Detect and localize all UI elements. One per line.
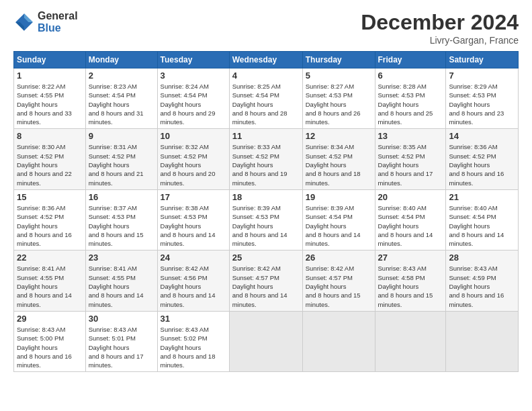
day-number: 9 <box>89 131 154 141</box>
page: General Blue December 2024 Livry-Gargan,… <box>0 0 532 411</box>
day-number: 6 <box>378 71 443 81</box>
col-thursday: Thursday <box>302 52 375 68</box>
table-row: 17 Sunrise: 8:38 AMSunset: 4:53 PMDaylig… <box>157 189 229 250</box>
logo: General Blue <box>13 10 78 34</box>
logo-text: General Blue <box>38 10 78 34</box>
day-number: 31 <box>161 314 226 324</box>
day-info: Sunrise: 8:35 AMSunset: 4:52 PMDaylight … <box>378 143 433 186</box>
day-info: Sunrise: 8:30 AMSunset: 4:52 PMDaylight … <box>17 143 72 186</box>
day-number: 16 <box>89 192 154 202</box>
table-row: 9 Sunrise: 8:31 AMSunset: 4:52 PMDayligh… <box>85 129 157 189</box>
table-row: 18 Sunrise: 8:39 AMSunset: 4:53 PMDaylig… <box>229 189 302 250</box>
logo-general-text: General <box>38 10 78 22</box>
day-info: Sunrise: 8:38 AMSunset: 4:53 PMDaylight … <box>161 204 216 247</box>
calendar-week-3: 15 Sunrise: 8:36 AMSunset: 4:52 PMDaylig… <box>14 189 519 250</box>
day-number: 27 <box>378 253 443 263</box>
day-number: 14 <box>449 131 515 141</box>
table-row: 10 Sunrise: 8:32 AMSunset: 4:52 PMDaylig… <box>157 129 229 189</box>
table-row <box>375 311 446 371</box>
table-row: 3 Sunrise: 8:24 AMSunset: 4:54 PMDayligh… <box>157 68 229 129</box>
day-info: Sunrise: 8:39 AMSunset: 4:54 PMDaylight … <box>306 204 361 247</box>
day-info: Sunrise: 8:32 AMSunset: 4:52 PMDaylight … <box>161 143 216 186</box>
day-info: Sunrise: 8:29 AMSunset: 4:53 PMDaylight … <box>449 83 504 126</box>
table-row <box>229 311 302 371</box>
table-row: 7 Sunrise: 8:29 AMSunset: 4:53 PMDayligh… <box>446 68 519 129</box>
calendar-week-5: 29 Sunrise: 8:43 AMSunset: 5:00 PMDaylig… <box>14 311 519 371</box>
logo-icon <box>13 11 35 33</box>
table-row: 1 Sunrise: 8:22 AMSunset: 4:55 PMDayligh… <box>14 68 86 129</box>
calendar-header-row: Sunday Monday Tuesday Wednesday Thursday… <box>14 52 519 68</box>
day-info: Sunrise: 8:43 AMSunset: 5:02 PMDaylight … <box>161 326 216 369</box>
table-row: 20 Sunrise: 8:40 AMSunset: 4:54 PMDaylig… <box>375 189 446 250</box>
location: Livry-Gargan, France <box>361 35 519 46</box>
day-info: Sunrise: 8:42 AMSunset: 4:57 PMDaylight … <box>306 265 361 308</box>
day-number: 28 <box>449 253 515 263</box>
table-row: 23 Sunrise: 8:41 AMSunset: 4:55 PMDaylig… <box>85 250 157 311</box>
day-info: Sunrise: 8:40 AMSunset: 4:54 PMDaylight … <box>449 204 504 247</box>
day-info: Sunrise: 8:42 AMSunset: 4:56 PMDaylight … <box>161 265 216 308</box>
day-number: 5 <box>306 71 372 81</box>
table-row: 28 Sunrise: 8:43 AMSunset: 4:59 PMDaylig… <box>446 250 519 311</box>
day-info: Sunrise: 8:25 AMSunset: 4:54 PMDaylight … <box>232 83 287 126</box>
table-row: 13 Sunrise: 8:35 AMSunset: 4:52 PMDaylig… <box>375 129 446 189</box>
day-number: 17 <box>161 192 226 202</box>
day-number: 7 <box>449 71 515 81</box>
table-row: 16 Sunrise: 8:37 AMSunset: 4:53 PMDaylig… <box>85 189 157 250</box>
table-row: 29 Sunrise: 8:43 AMSunset: 5:00 PMDaylig… <box>14 311 86 371</box>
day-info: Sunrise: 8:40 AMSunset: 4:54 PMDaylight … <box>378 204 433 247</box>
table-row: 8 Sunrise: 8:30 AMSunset: 4:52 PMDayligh… <box>14 129 86 189</box>
col-sunday: Sunday <box>14 52 86 68</box>
day-info: Sunrise: 8:24 AMSunset: 4:54 PMDaylight … <box>161 83 216 126</box>
calendar-week-2: 8 Sunrise: 8:30 AMSunset: 4:52 PMDayligh… <box>14 129 519 189</box>
col-monday: Monday <box>85 52 157 68</box>
table-row: 31 Sunrise: 8:43 AMSunset: 5:02 PMDaylig… <box>157 311 229 371</box>
table-row: 24 Sunrise: 8:42 AMSunset: 4:56 PMDaylig… <box>157 250 229 311</box>
table-row: 19 Sunrise: 8:39 AMSunset: 4:54 PMDaylig… <box>302 189 375 250</box>
day-number: 25 <box>232 253 300 263</box>
day-info: Sunrise: 8:28 AMSunset: 4:53 PMDaylight … <box>378 83 433 126</box>
day-info: Sunrise: 8:43 AMSunset: 5:00 PMDaylight … <box>17 326 72 369</box>
day-number: 15 <box>17 192 83 202</box>
table-row: 15 Sunrise: 8:36 AMSunset: 4:52 PMDaylig… <box>14 189 86 250</box>
calendar-week-4: 22 Sunrise: 8:41 AMSunset: 4:55 PMDaylig… <box>14 250 519 311</box>
calendar-table: Sunday Monday Tuesday Wednesday Thursday… <box>13 51 519 372</box>
day-number: 21 <box>449 192 515 202</box>
day-info: Sunrise: 8:36 AMSunset: 4:52 PMDaylight … <box>449 143 504 186</box>
day-number: 29 <box>17 314 83 324</box>
day-number: 4 <box>232 71 300 81</box>
table-row: 26 Sunrise: 8:42 AMSunset: 4:57 PMDaylig… <box>302 250 375 311</box>
table-row: 25 Sunrise: 8:42 AMSunset: 4:57 PMDaylig… <box>229 250 302 311</box>
table-row: 2 Sunrise: 8:23 AMSunset: 4:54 PMDayligh… <box>85 68 157 129</box>
day-number: 8 <box>17 131 83 141</box>
month-title: December 2024 <box>361 10 519 35</box>
day-info: Sunrise: 8:41 AMSunset: 4:55 PMDaylight … <box>17 265 72 308</box>
day-number: 10 <box>161 131 226 141</box>
day-info: Sunrise: 8:22 AMSunset: 4:55 PMDaylight … <box>17 83 72 126</box>
table-row: 14 Sunrise: 8:36 AMSunset: 4:52 PMDaylig… <box>446 129 519 189</box>
day-info: Sunrise: 8:42 AMSunset: 4:57 PMDaylight … <box>232 265 287 308</box>
table-row: 11 Sunrise: 8:33 AMSunset: 4:52 PMDaylig… <box>229 129 302 189</box>
day-number: 1 <box>17 71 83 81</box>
col-saturday: Saturday <box>446 52 519 68</box>
day-info: Sunrise: 8:31 AMSunset: 4:52 PMDaylight … <box>89 143 144 186</box>
table-row: 30 Sunrise: 8:43 AMSunset: 5:01 PMDaylig… <box>85 311 157 371</box>
day-number: 2 <box>89 71 154 81</box>
col-tuesday: Tuesday <box>157 52 229 68</box>
table-row <box>446 311 519 371</box>
table-row: 4 Sunrise: 8:25 AMSunset: 4:54 PMDayligh… <box>229 68 302 129</box>
day-info: Sunrise: 8:36 AMSunset: 4:52 PMDaylight … <box>17 204 72 247</box>
day-info: Sunrise: 8:37 AMSunset: 4:53 PMDaylight … <box>89 204 144 247</box>
day-info: Sunrise: 8:39 AMSunset: 4:53 PMDaylight … <box>232 204 287 247</box>
day-info: Sunrise: 8:33 AMSunset: 4:52 PMDaylight … <box>232 143 287 186</box>
day-info: Sunrise: 8:27 AMSunset: 4:53 PMDaylight … <box>306 83 361 126</box>
day-number: 19 <box>306 192 372 202</box>
title-section: December 2024 Livry-Gargan, France <box>361 10 519 46</box>
day-number: 24 <box>161 253 226 263</box>
day-info: Sunrise: 8:43 AMSunset: 4:59 PMDaylight … <box>449 265 504 308</box>
table-row: 12 Sunrise: 8:34 AMSunset: 4:52 PMDaylig… <box>302 129 375 189</box>
day-number: 22 <box>17 253 83 263</box>
table-row <box>302 311 375 371</box>
col-wednesday: Wednesday <box>229 52 302 68</box>
day-number: 30 <box>89 314 154 324</box>
day-number: 20 <box>378 192 443 202</box>
